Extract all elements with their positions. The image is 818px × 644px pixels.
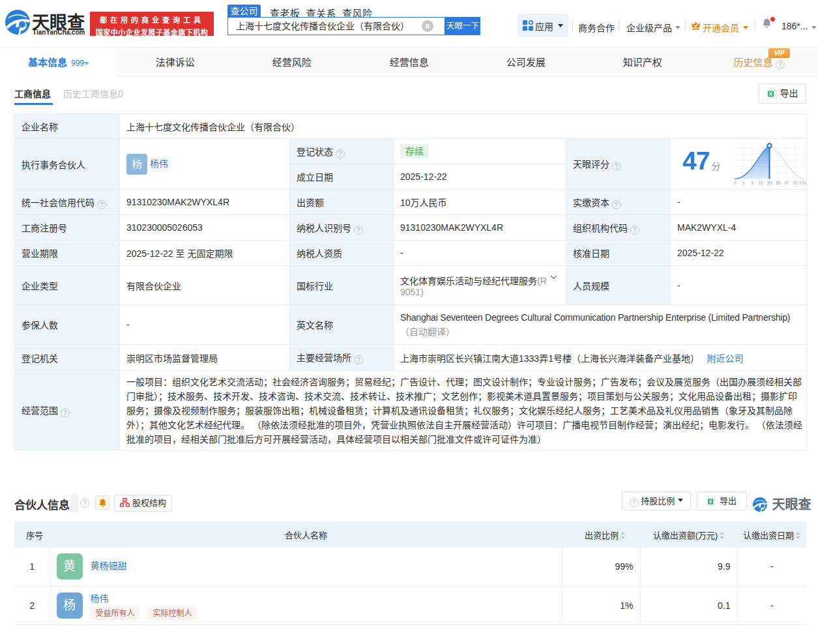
svg-text:97: 97 <box>784 181 789 185</box>
svg-text:85: 85 <box>776 181 781 185</box>
svg-text:1: 1 <box>742 181 745 185</box>
svg-text:99: 99 <box>793 181 798 185</box>
svg-text:50: 50 <box>767 181 772 185</box>
svg-text:0: 0 <box>734 181 737 185</box>
svg-text:15: 15 <box>758 181 763 185</box>
svg-text:3: 3 <box>751 181 753 185</box>
svg-text:100: 100 <box>799 181 806 185</box>
